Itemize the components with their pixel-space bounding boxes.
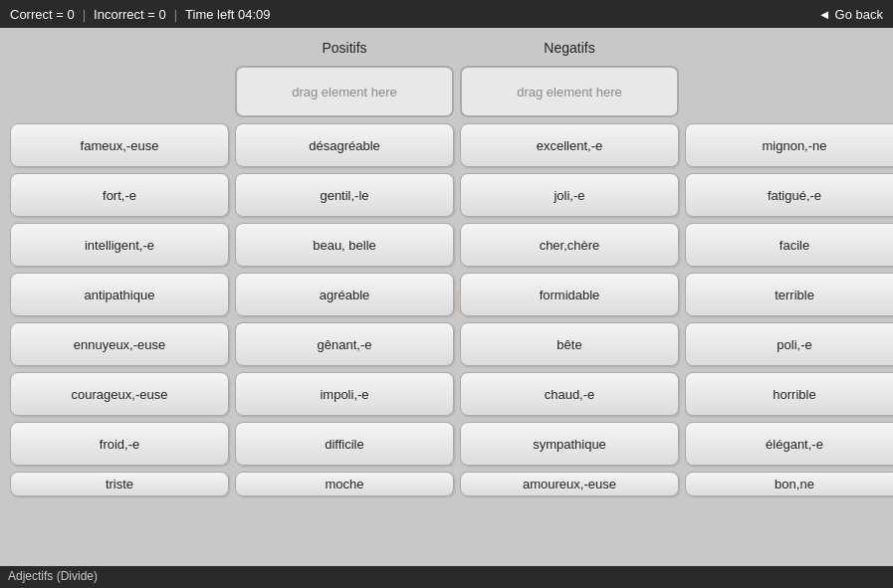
- word-card[interactable]: élégant,-e: [685, 422, 893, 466]
- col-header-3: [685, 36, 893, 60]
- time-left: Time left 04:09: [185, 7, 271, 22]
- main-area: Hot Potato Positifs Negatifs drag elemen…: [0, 28, 893, 566]
- word-card[interactable]: beau, belle: [235, 223, 454, 267]
- word-card[interactable]: froid,-e: [10, 422, 229, 466]
- word-card[interactable]: fatigué,-e: [685, 173, 893, 217]
- col-header-0: [10, 36, 229, 60]
- word-card[interactable]: poli,-e: [685, 322, 893, 366]
- word-card[interactable]: joli,-e: [460, 173, 679, 217]
- word-card[interactable]: bête: [460, 322, 679, 366]
- word-card[interactable]: horrible: [685, 372, 893, 416]
- word-card[interactable]: mignon,-ne: [685, 123, 893, 167]
- word-card[interactable]: impoli,-e: [235, 372, 454, 416]
- word-card[interactable]: intelligent,-e: [10, 223, 229, 267]
- word-card[interactable]: ennuyeux,-euse: [10, 322, 229, 366]
- word-card[interactable]: cher,chère: [460, 223, 679, 267]
- cards-area: fameux,-eusedésagréableexcellent,-emigno…: [10, 123, 883, 496]
- footer-label: Adjectifs (Divide): [8, 569, 98, 583]
- word-card[interactable]: sympathique: [460, 422, 679, 466]
- drop-zone-negatifs[interactable]: drag element here: [460, 66, 679, 117]
- drop-zone-negatifs-label: drag element here: [517, 85, 622, 99]
- column-headers: Positifs Negatifs: [10, 36, 883, 60]
- col-header-positifs: Positifs: [235, 36, 454, 60]
- drop-zone-empty-0: [10, 66, 229, 117]
- incorrect-count: Incorrect = 0: [94, 7, 166, 22]
- word-card[interactable]: agréable: [235, 273, 454, 316]
- word-card[interactable]: antipathique: [10, 273, 229, 316]
- word-card[interactable]: difficile: [235, 422, 454, 466]
- word-card[interactable]: triste: [10, 472, 229, 496]
- word-card[interactable]: facile: [685, 223, 893, 267]
- footer: Adjectifs (Divide): [0, 566, 893, 588]
- word-card[interactable]: formidable: [460, 273, 679, 316]
- word-card[interactable]: bon,ne: [685, 472, 893, 496]
- word-card[interactable]: terrible: [685, 273, 893, 316]
- correct-count: Correct = 0: [10, 7, 75, 22]
- word-card[interactable]: excellent,-e: [460, 123, 679, 167]
- go-back-button[interactable]: ◄ Go back: [818, 7, 883, 22]
- drop-zone-positifs[interactable]: drag element here: [235, 66, 454, 117]
- header: Correct = 0 | Incorrect = 0 | Time left …: [0, 0, 893, 28]
- word-card[interactable]: désagréable: [235, 123, 454, 167]
- word-card[interactable]: gentil,-le: [235, 173, 454, 217]
- word-card[interactable]: gênant,-e: [235, 322, 454, 366]
- back-arrow-icon: ◄: [818, 7, 831, 22]
- word-card[interactable]: amoureux,-euse: [460, 472, 679, 496]
- word-card[interactable]: fameux,-euse: [10, 123, 229, 167]
- word-card[interactable]: moche: [235, 472, 454, 496]
- drop-zone-empty-3: [685, 66, 893, 117]
- word-card[interactable]: chaud,-e: [460, 372, 679, 416]
- drop-zones-row: drag element here drag element here: [10, 66, 883, 117]
- go-back-label: Go back: [835, 7, 883, 22]
- word-card[interactable]: fort,-e: [10, 173, 229, 217]
- word-card[interactable]: courageux,-euse: [10, 372, 229, 416]
- drop-zone-positifs-label: drag element here: [292, 85, 397, 99]
- col-header-negatifs: Negatifs: [460, 36, 679, 60]
